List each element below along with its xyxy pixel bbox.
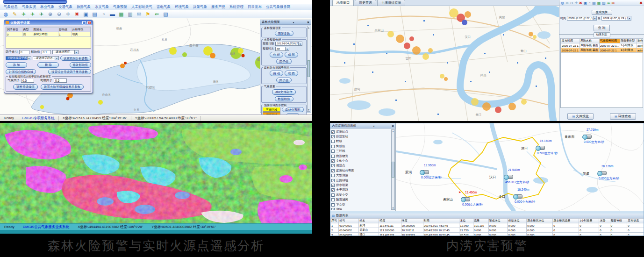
factor-index-input[interactable]: 0 <box>19 50 29 54</box>
impact-input[interactable]: 0.1 <box>42 50 51 54</box>
query-button[interactable]: 查 询 <box>594 25 610 31</box>
column-header[interactable]: 水势 <box>599 219 610 223</box>
scroll-up-icon[interactable]: ▲ <box>308 26 310 29</box>
menu-item[interactable]: 交通气象 <box>58 5 72 9</box>
layers-icon[interactable]: ▦ <box>597 0 601 6</box>
notebook-icon[interactable]: ▤ <box>92 11 98 17</box>
image-layer-icon[interactable]: ▦ <box>118 11 124 17</box>
column-header[interactable]: 历史最高流量 <box>553 219 579 223</box>
panel-titlebar[interactable]: 内涝监测信息面板 ▾ ✖ <box>330 123 395 128</box>
checked-checkbox[interactable]: ✓ <box>331 179 335 182</box>
layer-item[interactable]: ✓易涝点 <box>331 164 391 168</box>
panel-button[interactable]: 因子值 <box>276 59 292 64</box>
close-icon[interactable]: ✖ <box>307 21 309 24</box>
scroll-thumb[interactable] <box>392 162 394 178</box>
unchecked-checkbox[interactable] <box>331 140 335 143</box>
layer-item[interactable]: ✓文体中心 <box>331 158 391 163</box>
zoom-in-icon[interactable]: ⊕ <box>565 0 569 6</box>
panel-bottom-button[interactable]: ▤详情查看 <box>610 113 636 120</box>
menu-item[interactable]: 日常发布 <box>248 5 262 9</box>
column-header[interactable]: 1小时雨量 <box>579 219 599 223</box>
column-header[interactable]: 图层名 <box>33 28 58 32</box>
date-from-field[interactable]: 2009 年 07 月 22 日▾ <box>567 16 597 21</box>
menu-item[interactable]: 林业气象 <box>40 5 54 9</box>
unchecked-checkbox[interactable] <box>331 174 335 177</box>
column-header[interactable]: 水位 <box>459 219 473 223</box>
column-header[interactable]: 历史最高水位 <box>527 219 553 223</box>
table-row[interactable]: 361040003滠口113.46123330.3033332014/12/20… <box>331 233 644 236</box>
modify-impact-button[interactable]: 修改影响值 <box>70 62 92 67</box>
stop-icon[interactable]: ✖ <box>579 0 582 6</box>
mail-icon[interactable]: ✉ <box>612 0 615 6</box>
close-icon[interactable]: ✖ <box>392 124 394 128</box>
checked-checkbox[interactable]: ✓ <box>331 135 335 138</box>
table-row[interactable]: 2009-07-22 1...风险等级:暴雨...2009-07-22 1...… <box>561 43 644 48</box>
panel-button[interactable]: 因子值 <box>276 78 292 83</box>
layer-item[interactable]: ✓主干道路 <box>331 188 391 193</box>
vertical-scrollbar[interactable]: ▲▼ <box>391 129 395 210</box>
layer-item[interactable]: 三环线 <box>331 149 391 154</box>
date-to-field[interactable]: 2009 年 07 月 29 日▾ <box>601 16 631 21</box>
minimize-button[interactable]: ▁ <box>82 21 86 24</box>
zoom-out-icon[interactable]: ⊖ <box>56 11 62 17</box>
menu-item[interactable]: 人工影响天气 <box>131 5 152 9</box>
vertical-scrollbar[interactable]: ▲▼ <box>307 26 310 112</box>
generate-warning-button[interactable]: 生成预警 <box>592 10 612 15</box>
unchecked-checkbox[interactable] <box>331 145 335 148</box>
collapse-icon[interactable]: ▾ <box>373 124 374 128</box>
column-header[interactable]: 因子索引 <box>7 28 22 32</box>
checked-checkbox[interactable]: ✓ <box>331 184 335 187</box>
dialog-titlebar[interactable]: 火险因子计算 ▁ ✕ <box>4 20 93 25</box>
refresh-icon[interactable]: ◔ <box>588 0 591 6</box>
result-table[interactable]: 发布时间风险名称气象资料时间降雨量类型制作人2009-07-22 1...风险等… <box>560 38 643 108</box>
column-header[interactable]: 流量 <box>473 219 488 223</box>
pan-icon[interactable]: ✛ <box>65 11 71 17</box>
set-layer-params-button[interactable]: 设置图层分析参数 <box>60 56 91 61</box>
menu-item[interactable]: 气象预警 <box>113 5 127 9</box>
zoom-in-icon[interactable]: ⊕ <box>47 11 53 17</box>
print-icon[interactable]: ▥ <box>127 11 133 17</box>
pin-icon[interactable]: ▾ <box>293 21 294 24</box>
layer-item[interactable]: 下立交 <box>331 202 391 207</box>
warning-time-select[interactable]: 08▾ <box>275 47 289 51</box>
menu-item[interactable]: 雷电气象 <box>157 5 171 9</box>
panel-button[interactable]: 数据检验 <box>275 96 293 101</box>
scroll-thumb[interactable] <box>308 60 310 77</box>
set-grid-params-button[interactable]: 设置综合等级因子显示参数 <box>48 69 91 74</box>
factor-table[interactable]: 因子索引类型图层名影响值分析字段0面森林分布图1地类 <box>6 27 91 49</box>
scale-search-icon[interactable]: ◔ <box>100 11 107 17</box>
column-header[interactable]: 类型 <box>22 28 33 32</box>
menu-item[interactable]: 旅游气象 <box>77 5 91 9</box>
column-header[interactable]: 分析字段 <box>72 28 90 32</box>
column-header[interactable]: 序号 <box>331 219 339 223</box>
menu-item[interactable]: 水文气象 <box>95 5 109 9</box>
layer-item[interactable]: 村镇 <box>331 139 391 144</box>
tab-1[interactable]: 历史查询 <box>355 0 376 6</box>
unchecked-checkbox[interactable] <box>331 155 335 158</box>
station-data-table[interactable]: 序号站号站名经度纬度时间水位流量警戒水位保证水位历史最高水位历史最高流量1小时雨… <box>330 218 644 236</box>
globe-icon[interactable]: ◍ <box>3 11 9 17</box>
checked-checkbox[interactable]: ✓ <box>331 169 335 172</box>
column-header[interactable]: 发布状态 <box>627 219 644 223</box>
panel-button[interactable]: 分 析 <box>270 52 283 57</box>
notebook-icon[interactable]: ▤ <box>592 0 596 6</box>
checked-checkbox[interactable]: ✓ <box>331 208 335 210</box>
layer-item[interactable]: ✓监测站分布图 <box>331 168 391 173</box>
column-header[interactable]: 保证水位 <box>508 219 527 223</box>
panel-button[interactable]: 森林分布图 <box>282 107 304 112</box>
checked-checkbox[interactable]: ✓ <box>331 130 335 134</box>
map-window-icon[interactable]: ▣ <box>584 0 587 6</box>
unchecked-checkbox[interactable] <box>331 198 335 201</box>
column-header[interactable]: 警戒水位 <box>488 219 508 223</box>
menu-item[interactable]: 服务产品 <box>211 5 225 9</box>
layer-item[interactable]: ✓湖泊 <box>331 207 391 210</box>
column-header[interactable]: 风险名称 <box>580 39 600 43</box>
checked-checkbox[interactable]: ✓ <box>331 188 335 192</box>
column-header[interactable]: 制作人 <box>637 39 644 43</box>
zoom-out-icon[interactable]: ⊖ <box>570 0 573 6</box>
menu-item[interactable]: 环境气象 <box>175 5 189 9</box>
fire-factor-dialog[interactable]: 火险因子计算 ▁ ✕ 因子索引类型图层名影响值分析字段0面森林分布图1地类 因子… <box>4 20 93 93</box>
set-fire-params-button[interactable]: 设置火险等级阈值显示参数 <box>41 84 84 89</box>
adjust-threshold-button[interactable]: 调整等级阈值 <box>13 84 38 89</box>
fuel-factor-input[interactable]: 0.5 <box>54 79 67 83</box>
